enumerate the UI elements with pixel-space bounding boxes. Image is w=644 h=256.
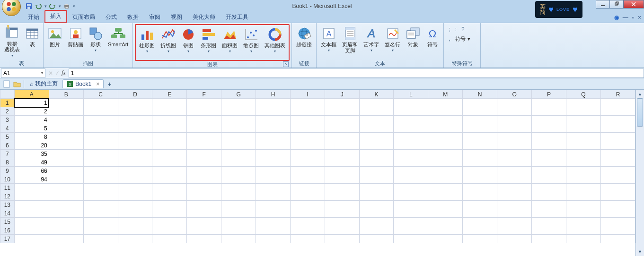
cell-H2[interactable] bbox=[256, 107, 291, 116]
cell-G10[interactable] bbox=[221, 175, 256, 184]
cell-K4[interactable] bbox=[359, 124, 394, 133]
cell-J1[interactable] bbox=[325, 99, 359, 107]
cell-I10[interactable] bbox=[291, 175, 325, 184]
cell-B15[interactable] bbox=[49, 218, 83, 226]
column-header[interactable]: F bbox=[187, 90, 221, 99]
row-header[interactable]: 2 bbox=[0, 107, 15, 116]
cell-N3[interactable] bbox=[463, 116, 497, 124]
cell-P15[interactable] bbox=[532, 218, 566, 226]
cell-O13[interactable] bbox=[497, 201, 532, 209]
cell-H6[interactable] bbox=[256, 141, 291, 150]
select-all-corner[interactable] bbox=[0, 90, 15, 99]
cell-J7[interactable] bbox=[325, 150, 359, 158]
dialog-launcher-icon[interactable]: ↘ bbox=[283, 61, 289, 67]
minimize-button[interactable] bbox=[596, 0, 610, 9]
row-header[interactable]: 1 bbox=[0, 99, 15, 107]
cell-L15[interactable] bbox=[394, 218, 428, 226]
cell-D8[interactable] bbox=[118, 158, 152, 167]
pivot-table-button[interactable]: 数据 透视表 ▾ bbox=[2, 24, 22, 59]
cell-E15[interactable] bbox=[152, 218, 187, 226]
cell-H16[interactable] bbox=[256, 226, 291, 235]
cell-K1[interactable] bbox=[359, 99, 394, 107]
cell-O8[interactable] bbox=[497, 158, 532, 167]
cell-Q6[interactable] bbox=[566, 141, 600, 150]
cell-F2[interactable] bbox=[187, 107, 221, 116]
row-header[interactable]: 12 bbox=[0, 192, 15, 201]
cell-I8[interactable] bbox=[291, 158, 325, 167]
row-header[interactable]: 17 bbox=[0, 235, 15, 243]
cell-N9[interactable] bbox=[463, 167, 497, 175]
cell-G13[interactable] bbox=[221, 201, 256, 209]
cell-P2[interactable] bbox=[532, 107, 566, 116]
cell-L13[interactable] bbox=[394, 201, 428, 209]
cell-G2[interactable] bbox=[221, 107, 256, 116]
cell-R9[interactable] bbox=[600, 167, 635, 175]
cell-H10[interactable] bbox=[256, 175, 291, 184]
column-header[interactable]: C bbox=[83, 90, 118, 99]
cell-O3[interactable] bbox=[497, 116, 532, 124]
cell-I4[interactable] bbox=[291, 124, 325, 133]
cell-C2[interactable] bbox=[83, 107, 118, 116]
cell-K14[interactable] bbox=[359, 209, 394, 218]
cell-R12[interactable] bbox=[600, 192, 635, 201]
column-header[interactable]: R bbox=[600, 90, 635, 99]
cell-L16[interactable] bbox=[394, 226, 428, 235]
cell-N8[interactable] bbox=[463, 158, 497, 167]
cell-F4[interactable] bbox=[187, 124, 221, 133]
cell-O15[interactable] bbox=[497, 218, 532, 226]
cell-Q1[interactable] bbox=[566, 99, 600, 107]
cell-A8[interactable]: 49 bbox=[14, 158, 49, 167]
row-header[interactable]: 11 bbox=[0, 184, 15, 192]
cell-L9[interactable] bbox=[394, 167, 428, 175]
cell-G1[interactable] bbox=[221, 99, 256, 107]
cell-R14[interactable] bbox=[600, 209, 635, 218]
cell-J2[interactable] bbox=[325, 107, 359, 116]
tab-pagelayout[interactable]: 页面布局 bbox=[67, 11, 100, 23]
cell-H4[interactable] bbox=[256, 124, 291, 133]
cell-K2[interactable] bbox=[359, 107, 394, 116]
cell-B2[interactable] bbox=[49, 107, 83, 116]
cell-A2[interactable]: 2 bbox=[14, 107, 49, 116]
cell-D12[interactable] bbox=[118, 192, 152, 201]
bar-chart-button[interactable]: 条形图 ▾ bbox=[198, 25, 219, 60]
new-document-icon[interactable] bbox=[2, 79, 11, 89]
cell-E1[interactable] bbox=[152, 99, 187, 107]
cell-C1[interactable] bbox=[83, 99, 118, 107]
cell-K8[interactable] bbox=[359, 158, 394, 167]
cell-B10[interactable] bbox=[49, 175, 83, 184]
cell-D15[interactable] bbox=[118, 218, 152, 226]
close-button[interactable] bbox=[623, 0, 644, 9]
table-button[interactable]: 表 bbox=[23, 24, 41, 59]
wordart-button[interactable]: A 艺术字 ▾ bbox=[361, 24, 381, 59]
cell-O16[interactable] bbox=[497, 226, 532, 235]
cell-P6[interactable] bbox=[532, 141, 566, 150]
fx-icon[interactable]: fx bbox=[62, 69, 66, 77]
cell-C3[interactable] bbox=[83, 116, 118, 124]
cell-C7[interactable] bbox=[83, 150, 118, 158]
cell-C13[interactable] bbox=[83, 201, 118, 209]
cell-R13[interactable] bbox=[600, 201, 635, 209]
row-header[interactable]: 7 bbox=[0, 150, 15, 158]
cell-L4[interactable] bbox=[394, 124, 428, 133]
cell-Q11[interactable] bbox=[566, 184, 600, 192]
cell-O7[interactable] bbox=[497, 150, 532, 158]
cell-E2[interactable] bbox=[152, 107, 187, 116]
column-header[interactable]: D bbox=[118, 90, 152, 99]
cell-M3[interactable] bbox=[428, 116, 463, 124]
cell-P4[interactable] bbox=[532, 124, 566, 133]
cell-D1[interactable] bbox=[118, 99, 152, 107]
object-button[interactable]: 对象 bbox=[404, 24, 423, 59]
cell-I7[interactable] bbox=[291, 150, 325, 158]
column-header[interactable]: I bbox=[291, 90, 325, 99]
cell-A11[interactable] bbox=[14, 184, 49, 192]
cell-Q15[interactable] bbox=[566, 218, 600, 226]
column-header[interactable]: B bbox=[49, 90, 83, 99]
cell-P7[interactable] bbox=[532, 150, 566, 158]
cell-J12[interactable] bbox=[325, 192, 359, 201]
cell-I11[interactable] bbox=[291, 184, 325, 192]
cell-O14[interactable] bbox=[497, 209, 532, 218]
cell-R7[interactable] bbox=[600, 150, 635, 158]
qat-redo-icon[interactable] bbox=[48, 2, 57, 10]
header-footer-button[interactable]: 页眉和 页脚 bbox=[340, 24, 360, 59]
tab-view[interactable]: 视图 bbox=[166, 11, 187, 23]
